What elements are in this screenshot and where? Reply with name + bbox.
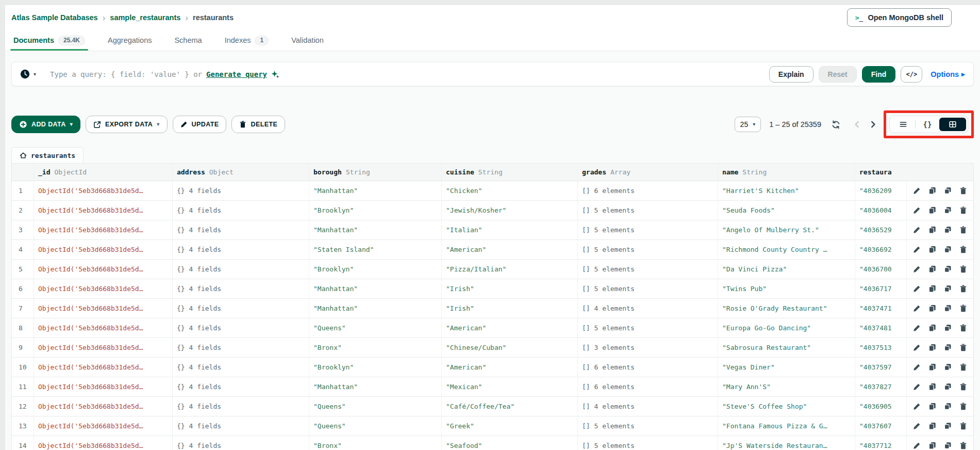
- cell-objectid[interactable]: ObjectId('5eb3d668b31de5d…: [34, 397, 173, 416]
- cell-cuisine[interactable]: "Pizza/Italian": [442, 260, 578, 279]
- table-view-button[interactable]: [939, 118, 966, 131]
- cell-restaurant-id[interactable]: "4036692: [855, 240, 973, 259]
- tab-documents[interactable]: Documents 25.4K: [11, 30, 87, 51]
- cell-borough[interactable]: "Brooklyn": [309, 260, 442, 279]
- clone-document-button[interactable]: [944, 422, 952, 430]
- query-history-dropdown[interactable]: ▾: [20, 69, 36, 79]
- cell-address[interactable]: {} 4 fields: [173, 338, 309, 357]
- cell-grades[interactable]: [] 5 elements: [578, 318, 718, 338]
- cell-restaurant-id[interactable]: "4036700: [855, 260, 973, 279]
- copy-document-button[interactable]: [928, 226, 936, 234]
- cell-restaurant-id[interactable]: "4036209: [855, 181, 973, 200]
- cell-address[interactable]: {} 4 fields: [173, 377, 309, 396]
- column-header-borough[interactable]: borough String: [309, 164, 442, 181]
- cell-objectid[interactable]: ObjectId('5eb3d668b31de5d…: [34, 377, 173, 396]
- cell-borough[interactable]: "Brooklyn": [309, 201, 442, 220]
- cell-objectid[interactable]: ObjectId('5eb3d668b31de5d…: [34, 181, 173, 200]
- cell-name[interactable]: "Sabrosura Restaurant": [718, 338, 855, 357]
- edit-document-button[interactable]: [913, 285, 921, 293]
- copy-document-button[interactable]: [928, 304, 936, 312]
- table-row[interactable]: 11 ObjectId('5eb3d668b31de5d… {} 4 field…: [12, 377, 973, 397]
- clone-document-button[interactable]: [944, 383, 952, 391]
- table-row[interactable]: 12 ObjectId('5eb3d668b31de5d… {} 4 field…: [12, 397, 973, 416]
- cell-objectid[interactable]: ObjectId('5eb3d668b31de5d…: [34, 240, 173, 259]
- cell-restaurant-id[interactable]: "4036717: [855, 279, 973, 298]
- cell-cuisine[interactable]: "American": [442, 240, 578, 259]
- column-header-_id[interactable]: _id ObjectId: [34, 164, 173, 181]
- cell-name[interactable]: "Twins Pub": [718, 279, 855, 298]
- cell-cuisine[interactable]: "Seafood": [442, 436, 578, 450]
- cell-grades[interactable]: [] 5 elements: [578, 240, 718, 259]
- cell-name[interactable]: "Fontana Famous Pizza & G…: [718, 416, 855, 436]
- table-row[interactable]: 4 ObjectId('5eb3d668b31de5d… {} 4 fields…: [12, 240, 973, 260]
- column-header-grades[interactable]: grades Array: [578, 164, 718, 181]
- cell-grades[interactable]: [] 4 elements: [578, 397, 718, 416]
- delete-document-button[interactable]: [959, 226, 967, 234]
- cell-grades[interactable]: [] 6 elements: [578, 181, 718, 200]
- tab-aggregations[interactable]: Aggregations: [106, 30, 154, 51]
- clone-document-button[interactable]: [944, 285, 952, 293]
- cell-restaurant-id[interactable]: "4037481: [855, 318, 973, 338]
- delete-document-button[interactable]: [959, 324, 967, 332]
- cell-cuisine[interactable]: "Irish": [442, 299, 578, 318]
- cell-grades[interactable]: [] 3 elements: [578, 338, 718, 357]
- cell-grades[interactable]: [] 5 elements: [578, 279, 718, 298]
- copy-document-button[interactable]: [928, 363, 936, 371]
- column-header-cuisine[interactable]: cuisine String: [442, 164, 578, 181]
- delete-document-button[interactable]: [959, 403, 967, 410]
- cell-cuisine[interactable]: "Italian": [442, 220, 578, 239]
- clone-document-button[interactable]: [944, 265, 952, 273]
- add-data-button[interactable]: ADD DATA ▾: [11, 116, 80, 133]
- cell-name[interactable]: "Richmond County Country …: [718, 240, 855, 259]
- page-size-select[interactable]: 25 ▾: [735, 117, 761, 132]
- clone-document-button[interactable]: [944, 304, 952, 312]
- delete-document-button[interactable]: [959, 246, 967, 253]
- cell-name[interactable]: "Mary Ann'S": [718, 377, 855, 396]
- cell-objectid[interactable]: ObjectId('5eb3d668b31de5d…: [34, 201, 173, 220]
- table-row[interactable]: 8 ObjectId('5eb3d668b31de5d… {} 4 fields…: [12, 318, 973, 338]
- next-page-button[interactable]: [868, 120, 877, 129]
- edit-document-button[interactable]: [913, 187, 921, 195]
- cell-objectid[interactable]: ObjectId('5eb3d668b31de5d…: [34, 436, 173, 450]
- cell-address[interactable]: {} 4 fields: [173, 416, 309, 436]
- cell-address[interactable]: {} 4 fields: [173, 220, 309, 239]
- delete-document-button[interactable]: [959, 383, 967, 391]
- refresh-button[interactable]: [832, 120, 840, 129]
- clone-document-button[interactable]: [944, 187, 952, 195]
- delete-document-button[interactable]: [959, 187, 967, 195]
- clone-document-button[interactable]: [944, 344, 952, 351]
- cell-restaurant-id[interactable]: "4037513: [855, 338, 973, 357]
- cell-borough[interactable]: "Manhattan": [309, 299, 442, 318]
- open-mongodb-shell-button[interactable]: >_ Open MongoDB shell: [847, 8, 952, 27]
- cell-restaurant-id[interactable]: "4037597: [855, 358, 973, 377]
- cell-cuisine[interactable]: "Jewish/Kosher": [442, 201, 578, 220]
- cell-name[interactable]: "Steve'S Coffee Shop": [718, 397, 855, 416]
- cell-cuisine[interactable]: "Greek": [442, 416, 578, 436]
- cell-borough[interactable]: "Manhattan": [309, 220, 442, 239]
- cell-borough[interactable]: "Staten Island": [309, 240, 442, 259]
- copy-document-button[interactable]: [928, 246, 936, 253]
- cell-name[interactable]: "Rosie O'Grady Restaurant": [718, 299, 855, 318]
- breadcrumb-item[interactable]: sample_restaurants: [110, 13, 180, 22]
- table-row[interactable]: 5 ObjectId('5eb3d668b31de5d… {} 4 fields…: [12, 260, 973, 279]
- cell-cuisine[interactable]: "Chinese/Cuban": [442, 338, 578, 357]
- cell-restaurant-id[interactable]: "4036004: [855, 201, 973, 220]
- query-input[interactable]: Type a query: { field: 'value' } or Gene…: [50, 70, 279, 78]
- cell-grades[interactable]: [] 5 elements: [578, 201, 718, 220]
- cell-objectid[interactable]: ObjectId('5eb3d668b31de5d…: [34, 220, 173, 239]
- edit-document-button[interactable]: [913, 246, 921, 253]
- cell-name[interactable]: "Angelo Of Mulberry St.": [718, 220, 855, 239]
- export-to-language-button[interactable]: </>: [901, 66, 922, 83]
- cell-borough[interactable]: "Queens": [309, 416, 442, 436]
- copy-document-button[interactable]: [928, 422, 936, 430]
- cell-name[interactable]: "Europa Go-Go Dancing": [718, 318, 855, 338]
- cell-objectid[interactable]: ObjectId('5eb3d668b31de5d…: [34, 358, 173, 377]
- cell-restaurant-id[interactable]: "4037607: [855, 416, 973, 436]
- clone-document-button[interactable]: [944, 206, 952, 214]
- edit-document-button[interactable]: [913, 383, 921, 391]
- generate-query-link[interactable]: Generate query: [206, 70, 267, 78]
- clone-document-button[interactable]: [944, 403, 952, 410]
- table-row[interactable]: 6 ObjectId('5eb3d668b31de5d… {} 4 fields…: [12, 279, 973, 299]
- cell-address[interactable]: {} 4 fields: [173, 201, 309, 220]
- column-header-name[interactable]: name String: [718, 164, 855, 181]
